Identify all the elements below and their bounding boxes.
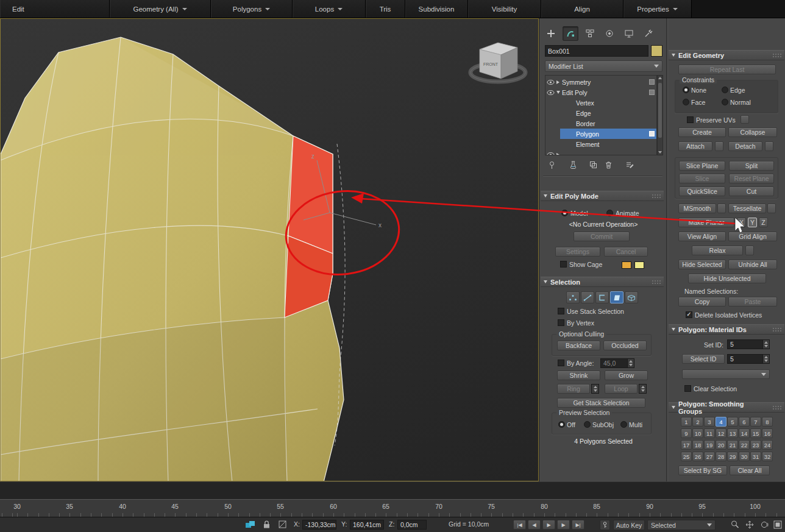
timeline-ruler[interactable]: 30 35 40 45 50 55 60 65 70 75 80 85 90 9… [0,499,785,517]
stack-row-polygon[interactable]: Polygon [545,129,656,139]
smoothing-group-button[interactable]: 31 [750,452,761,461]
make-planar-button[interactable]: Make Planar [678,218,734,227]
smoothing-group-button[interactable]: 26 [692,452,703,461]
slice-button[interactable]: Slice [679,174,725,183]
scroll-down-icon[interactable] [658,151,662,154]
coord-x-field[interactable]: -130,33cm [302,520,336,530]
loop-spinner[interactable] [639,384,647,394]
relax-button[interactable]: Relax [692,246,743,255]
stack-row-clipped[interactable] [545,149,656,155]
by-angle-checkbox[interactable] [558,360,564,366]
cage-color-swatch[interactable] [622,261,631,269]
material-name-dropdown[interactable] [682,369,770,379]
preview-subobj-radio[interactable] [584,421,591,428]
menu-tab-align[interactable]: Align [541,0,623,18]
modifier-enable-square[interactable] [649,79,655,85]
tessellate-button[interactable]: Tessellate [728,204,766,213]
use-stack-selection-checkbox[interactable] [558,308,564,314]
select-by-sg-button[interactable]: Select By SG [678,466,727,475]
preserve-uvs-settings-button[interactable] [741,115,749,124]
menu-tab-polygons[interactable]: Polygons [211,0,293,18]
set-key-button[interactable] [600,520,610,530]
show-end-result-icon[interactable] [566,159,580,170]
preserve-uvs-checkbox[interactable] [687,116,694,123]
motion-tab[interactable] [602,26,617,41]
view-align-button[interactable]: View Align [678,232,726,241]
absolute-offset-mode-icon[interactable] [278,520,287,529]
get-stack-selection-button[interactable]: Get Stack Selection [557,398,645,408]
smoothing-group-button[interactable]: 20 [716,440,726,450]
attach-button[interactable]: Attach [678,141,712,151]
coord-z-field[interactable]: 0,0cm [397,520,427,530]
menu-tab-properties[interactable]: Properties [623,0,692,18]
detach-button[interactable]: Detach [728,141,762,151]
constraint-normal-radio[interactable] [722,99,728,105]
stack-row-element[interactable]: Element [545,139,656,149]
hide-unselected-button[interactable]: Hide Unselected [688,274,766,283]
smoothing-group-button[interactable]: 19 [704,440,715,450]
clear-all-button[interactable]: Clear All [730,466,770,475]
constraint-none-radio[interactable] [683,87,689,93]
loop-button[interactable]: Loop [605,384,638,394]
reset-plane-button[interactable]: Reset Plane [729,174,774,183]
grid-align-button[interactable]: Grid Align [728,232,777,241]
detach-settings-button[interactable] [765,141,773,151]
stack-scrollbar[interactable] [657,75,663,155]
hierarchy-tab[interactable] [582,26,598,41]
animate-radio[interactable] [606,210,613,216]
attach-settings-button[interactable] [715,141,723,151]
backface-button[interactable]: Backface [557,341,600,350]
previous-frame-button[interactable]: ◀ [528,520,541,530]
expand-arrow-icon[interactable] [556,80,559,84]
repeat-last-button[interactable]: Repeat Last [678,65,776,74]
scroll-up-icon[interactable] [658,77,662,79]
tessellate-settings-button[interactable] [767,204,776,213]
menu-tab-loops[interactable]: Loops [293,0,366,18]
split-button[interactable]: Split [729,161,774,171]
constraint-edge-radio[interactable] [722,87,728,93]
preview-off-radio[interactable] [558,421,565,428]
go-to-end-button[interactable]: ▶| [572,520,584,530]
rollout-selection[interactable]: Selection [541,277,664,287]
smoothing-group-button[interactable]: 7 [750,417,761,427]
by-angle-spinner[interactable]: 45,0 [600,358,634,368]
occluded-button[interactable]: Occluded [603,341,647,350]
cut-button[interactable]: Cut [729,186,774,196]
display-tab[interactable] [621,26,637,41]
smoothing-group-button[interactable]: 1 [681,417,692,427]
smoothing-group-button[interactable]: 8 [762,417,773,427]
spinner-arrows-icon[interactable] [762,355,769,363]
modify-tab[interactable] [563,26,578,41]
modifier-enable-square[interactable] [649,90,655,95]
coord-y-field[interactable]: 160,41cm [350,520,384,530]
ring-spinner[interactable] [591,384,599,394]
visibility-eye-icon[interactable] [547,79,555,85]
stack-row-symmetry[interactable]: Symmetry [545,77,656,87]
create-tab[interactable] [543,26,559,41]
smoothing-group-button[interactable]: 28 [716,452,726,461]
smoothing-group-button[interactable]: 11 [704,428,715,438]
visibility-eye-icon[interactable] [547,152,555,156]
modifier-enable-square[interactable] [649,131,655,137]
pan-icon[interactable] [745,520,755,530]
msmooth-button[interactable]: MSmooth [678,204,716,213]
scrollbar-thumb[interactable] [658,83,662,138]
rollout-edit-poly-mode[interactable]: Edit Poly Mode [541,191,664,201]
unhide-all-button[interactable]: Unhide All [728,260,777,269]
smoothing-group-button[interactable]: 13 [727,428,738,438]
by-vertex-checkbox[interactable] [558,319,564,326]
quickslice-button[interactable]: QuickSlice [679,186,725,196]
visibility-eye-icon[interactable] [547,90,555,96]
cage-selected-color-swatch[interactable] [634,261,644,269]
smoothing-group-button[interactable]: 6 [739,417,750,427]
commit-button[interactable]: Commit [574,232,630,241]
object-color-swatch[interactable] [651,45,662,57]
delete-isolated-vertices-checkbox[interactable] [686,311,692,318]
slice-plane-button[interactable]: Slice Plane [679,161,725,171]
go-to-start-button[interactable]: |◀ [513,520,526,530]
track-bar[interactable]: 30 35 40 45 50 55 60 65 70 75 80 85 90 9… [0,481,785,517]
clear-selection-checkbox[interactable] [684,385,691,392]
smoothing-group-button[interactable]: 10 [692,428,703,438]
make-unique-icon[interactable] [586,159,600,170]
smoothing-group-button[interactable]: 3 [704,417,715,427]
